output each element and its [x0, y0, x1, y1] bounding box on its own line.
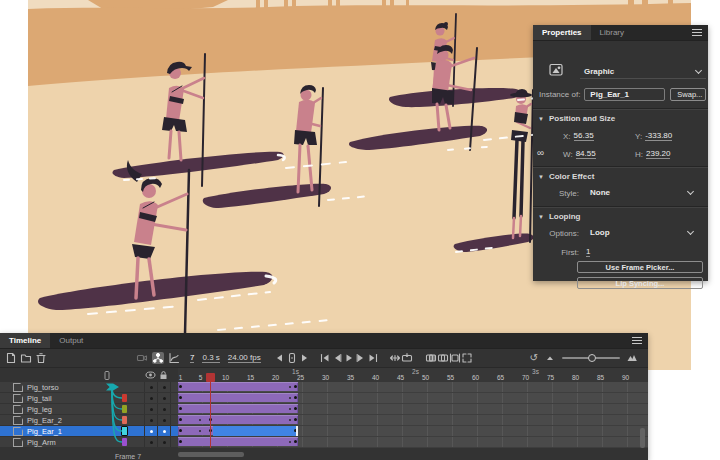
layer-depth-graph-icon[interactable] — [168, 352, 180, 364]
layer-lock-dot[interactable] — [163, 441, 166, 444]
looping-options-dropdown[interactable]: Loop — [586, 228, 698, 239]
tween-span[interactable] — [178, 382, 298, 391]
current-frame-hot-text[interactable]: 7 — [190, 353, 194, 363]
frame-ruler[interactable]: 1510152025303540455055606570758085901s2s… — [178, 368, 648, 383]
tween-span[interactable] — [178, 393, 298, 402]
frame-row[interactable] — [178, 415, 648, 426]
panel-menu-icon[interactable] — [632, 337, 642, 344]
h-value[interactable]: 239.20 — [646, 149, 670, 159]
layer-row[interactable]: Pig_torso — [0, 382, 178, 393]
go-to-first-frame-icon[interactable] — [319, 352, 331, 364]
symbol-type-dropdown[interactable]: Graphic — [580, 67, 706, 79]
parent-chip[interactable] — [122, 394, 127, 402]
onion-skin-icon[interactable] — [425, 352, 437, 364]
collapse-triangle-icon[interactable]: ▼ — [538, 214, 544, 220]
new-folder-icon[interactable] — [20, 352, 32, 364]
new-layer-icon[interactable] — [5, 352, 17, 364]
layer-lock-dot[interactable] — [163, 397, 166, 400]
tween-span[interactable] — [178, 437, 298, 446]
layer-visibility-dot[interactable] — [150, 430, 153, 433]
layer-row[interactable]: Pig_tail — [0, 393, 178, 404]
tab-library[interactable]: Library — [591, 25, 633, 40]
layer-row[interactable]: Pig_Ear_1 — [0, 426, 178, 437]
layer-lock-dot[interactable] — [163, 419, 166, 422]
parent-anchor-icon[interactable] — [106, 383, 119, 391]
selected-frames[interactable] — [213, 426, 298, 436]
layer-row[interactable]: Pig_Ear_2 — [0, 415, 178, 426]
x-value[interactable]: 56.35 — [574, 131, 594, 141]
layer-parenting-icon[interactable] — [152, 352, 164, 364]
onion-skin-outlines-icon[interactable] — [437, 352, 449, 364]
modify-markers-icon[interactable] — [461, 352, 473, 364]
use-frame-picker-button[interactable]: Use Frame Picker... — [577, 261, 703, 273]
elapsed-time-hot-text[interactable]: 0.3 s — [202, 353, 219, 363]
tab-properties[interactable]: Properties — [533, 25, 591, 40]
style-dropdown[interactable]: None — [586, 188, 698, 199]
horizontal-scrollbar[interactable] — [178, 452, 244, 457]
parent-chip[interactable] — [122, 416, 127, 424]
layer-lock-dot[interactable] — [163, 408, 166, 411]
layer-visibility-dot[interactable] — [150, 408, 153, 411]
link-width-height-icon[interactable]: ∞ — [537, 147, 544, 158]
show-hide-all-layers-icon[interactable] — [145, 371, 156, 379]
play-icon[interactable] — [343, 352, 355, 364]
tween-span[interactable] — [178, 404, 298, 413]
zoom-out-timeline-icon[interactable] — [544, 352, 556, 364]
tab-output[interactable]: Output — [50, 333, 92, 348]
next-frame-icon[interactable] — [355, 352, 367, 364]
swap-button[interactable]: Swap... — [670, 88, 706, 101]
previous-frame-icon[interactable] — [331, 352, 343, 364]
options-label: Options: — [533, 229, 579, 238]
frame-row[interactable] — [178, 437, 648, 448]
delete-layer-icon[interactable] — [35, 352, 47, 364]
zoom-in-timeline-icon[interactable] — [626, 352, 638, 364]
layer-visibility-dot[interactable] — [150, 397, 153, 400]
layer-row[interactable]: Pig_Arm — [0, 437, 178, 448]
reset-timeline-zoom-icon[interactable]: ↺ — [530, 352, 538, 364]
layer-row[interactable]: Pig_leg — [0, 404, 178, 415]
tween-span[interactable] — [178, 415, 298, 424]
lip-syncing-button[interactable]: Lip Syncing... — [577, 277, 703, 289]
center-frame-icon[interactable] — [389, 352, 401, 364]
collapse-triangle-icon[interactable]: ▼ — [538, 174, 544, 180]
loop-range-icon[interactable] — [286, 352, 298, 364]
section-color-effect[interactable]: ▼ Color Effect — [533, 172, 708, 181]
graphic-symbol-icon — [549, 63, 564, 77]
y-value[interactable]: -333.80 — [645, 131, 672, 141]
loop-playback-icon[interactable] — [401, 352, 413, 364]
layer-visibility-dot[interactable] — [150, 441, 153, 444]
section-looping[interactable]: ▼ Looping — [533, 212, 708, 221]
ruler-frame-number: 5 — [199, 374, 203, 381]
camera-icon[interactable] — [136, 352, 148, 364]
tab-timeline[interactable]: Timeline — [0, 333, 50, 348]
layer-lock-dot[interactable] — [163, 430, 166, 433]
edit-multiple-frames-icon[interactable] — [449, 352, 461, 364]
timeline-zoom-slider[interactable] — [562, 357, 620, 359]
layer-lock-dot[interactable] — [163, 386, 166, 389]
zoom-slider-knob[interactable] — [588, 354, 596, 362]
step-forward-icon[interactable] — [298, 352, 310, 364]
panel-menu-icon[interactable] — [692, 29, 702, 36]
frame-row[interactable] — [178, 404, 648, 415]
layer-type-icon — [13, 427, 23, 436]
first-frame-value[interactable]: 1 — [586, 247, 590, 257]
layer-visibility-dot[interactable] — [150, 419, 153, 422]
frame-row[interactable] — [178, 393, 648, 404]
layer-visibility-dot[interactable] — [150, 386, 153, 389]
parent-chip[interactable] — [122, 405, 127, 413]
parent-chip[interactable] — [121, 426, 128, 436]
go-to-last-frame-icon[interactable] — [367, 352, 379, 364]
vertical-scrollbar[interactable] — [640, 428, 645, 448]
lock-all-layers-icon[interactable] — [159, 370, 168, 380]
instance-name-field[interactable]: Pig_Ear_1 — [584, 88, 665, 101]
frame-rate-hot-text[interactable]: 24.00 fps — [228, 353, 261, 363]
frame-row[interactable] — [178, 426, 648, 437]
step-back-icon[interactable] — [274, 352, 286, 364]
frame-row[interactable] — [178, 382, 648, 393]
section-position-and-size[interactable]: ▼ Position and Size — [533, 114, 708, 123]
symbol-type-value: Graphic — [584, 67, 614, 76]
collapse-triangle-icon[interactable]: ▼ — [538, 116, 544, 122]
parent-chip[interactable] — [122, 438, 127, 446]
w-value[interactable]: 84.55 — [576, 149, 596, 159]
chevron-down-icon — [695, 67, 702, 74]
